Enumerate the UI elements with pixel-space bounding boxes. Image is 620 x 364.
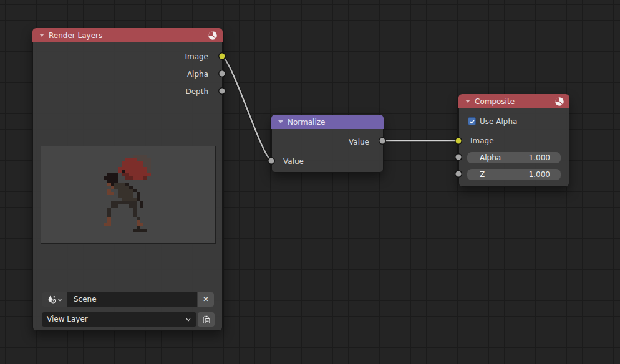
output-label-alpha: Alpha xyxy=(187,70,208,79)
socket-render-layers-image-output[interactable] xyxy=(220,54,225,59)
render-preview xyxy=(41,146,216,244)
view-layer-value: View Layer xyxy=(47,312,185,327)
socket-composite-alpha-input[interactable] xyxy=(456,155,462,160)
scene-name-field[interactable]: Scene xyxy=(67,292,197,307)
alpha-field-label: Alpha xyxy=(480,153,529,162)
node-normalize[interactable]: Normalize Value Value xyxy=(271,115,384,173)
material-sphere-icon[interactable] xyxy=(208,31,218,41)
node-title: Render Layers xyxy=(49,31,203,40)
node-composite[interactable]: Composite Use Alpha Image Alpha 1.000 Z … xyxy=(458,94,569,187)
node-title: Normalize xyxy=(288,118,379,127)
render-layers-header[interactable]: Render Layers xyxy=(32,28,223,42)
node-editor-canvas[interactable]: { "editor": { "background": "#242424", "… xyxy=(0,0,620,364)
socket-composite-image-input[interactable] xyxy=(456,138,462,144)
checkmark-icon xyxy=(469,118,475,125)
scene-selector: Scene ✕ xyxy=(42,292,214,307)
close-x-icon: ✕ xyxy=(203,295,209,304)
socket-render-layers-depth-output[interactable] xyxy=(220,89,225,94)
output-label-value: Value xyxy=(349,138,369,146)
use-alpha-row: Use Alpha xyxy=(459,117,569,127)
chevron-down-icon xyxy=(57,297,62,302)
preview-character-pixel-art xyxy=(100,155,155,236)
view-layer-dropdown[interactable]: View Layer xyxy=(42,312,196,327)
z-field-label: Z xyxy=(480,170,529,179)
composite-header[interactable]: Composite xyxy=(458,94,569,108)
scene-browse-button[interactable] xyxy=(42,292,67,307)
view-layer-icon-button[interactable] xyxy=(198,312,215,327)
normalize-header[interactable]: Normalize xyxy=(271,115,384,129)
material-sphere-icon[interactable] xyxy=(555,97,564,107)
socket-composite-z-input[interactable] xyxy=(456,171,462,177)
wire-image-to-normalize-core[interactable] xyxy=(222,56,271,161)
unlink-scene-button[interactable]: ✕ xyxy=(198,292,214,307)
input-label-value: Value xyxy=(283,157,304,166)
render-layers-icon xyxy=(201,315,211,325)
chevron-down-icon xyxy=(185,317,191,323)
node-render-layers[interactable]: Render Layers Image Alpha Depth xyxy=(32,28,223,331)
view-layer-row: View Layer xyxy=(42,312,215,327)
wire-image-to-normalize[interactable] xyxy=(222,56,271,161)
z-field-value: 1.000 xyxy=(529,170,550,179)
output-label-image: Image xyxy=(185,52,208,61)
collapse-arrow-icon[interactable] xyxy=(39,34,44,37)
scene-data-icon xyxy=(47,295,56,304)
collapse-arrow-icon[interactable] xyxy=(465,100,470,103)
node-title: Composite xyxy=(475,97,550,106)
collapse-arrow-icon[interactable] xyxy=(278,120,283,123)
alpha-value-field[interactable]: Alpha 1.000 xyxy=(467,152,561,163)
socket-normalize-value-output[interactable] xyxy=(380,138,385,144)
use-alpha-checkbox[interactable] xyxy=(468,117,476,125)
z-value-field[interactable]: Z 1.000 xyxy=(467,169,561,180)
output-label-depth: Depth xyxy=(185,87,208,96)
alpha-field-value: 1.000 xyxy=(529,153,550,162)
input-label-image: Image xyxy=(470,136,494,145)
socket-normalize-value-input[interactable] xyxy=(269,158,274,164)
use-alpha-label[interactable]: Use Alpha xyxy=(480,117,517,127)
socket-render-layers-alpha-output[interactable] xyxy=(220,71,225,77)
